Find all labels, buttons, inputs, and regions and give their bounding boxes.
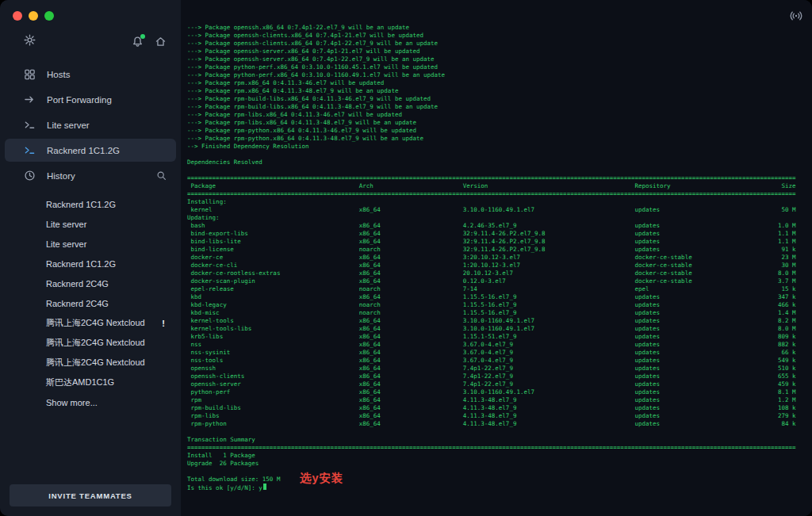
history-item-label: 腾讯上海2C4G Nextcloud	[46, 317, 145, 329]
settings-gear-icon[interactable]	[24, 34, 36, 46]
history-item[interactable]: 斯巴达AMD1C1G	[0, 373, 181, 392]
sidebar-item-label: Lite server	[47, 120, 90, 130]
notifications-bell-icon[interactable]	[132, 36, 144, 48]
sidebar-item-label: Hosts	[47, 70, 70, 79]
history-item-label: Racknerd 2C4G	[46, 279, 109, 289]
invite-teammates-button[interactable]: INVITE TEAMMATES	[10, 484, 171, 506]
sidebar-item-history[interactable]: History	[5, 164, 176, 187]
history-item[interactable]: Racknerd 1C1.2G	[0, 194, 181, 214]
minimize-button[interactable]	[29, 11, 38, 21]
sidebar-item-lite-server[interactable]: Lite server	[5, 113, 176, 136]
sidebar-item-racknerd-1c1-2g[interactable]: Racknerd 1C1.2G	[5, 139, 176, 162]
history-item-label: Show more...	[46, 398, 98, 407]
terminal-icon	[24, 119, 36, 131]
hosts-grid-icon	[24, 68, 36, 80]
history-item[interactable]: Lite server	[0, 234, 181, 254]
broadcast-icon[interactable]	[790, 10, 802, 22]
history-item-label: Racknerd 2C4G	[46, 299, 109, 308]
history-item-label: Racknerd 1C1.2G	[46, 200, 116, 209]
close-button[interactable]	[13, 11, 22, 21]
sidebar-item-port-forwarding[interactable]: Port Forwarding	[5, 88, 176, 111]
history-item-label: 腾讯上海2C4G Nextcloud	[46, 337, 145, 349]
notification-dot	[140, 34, 145, 39]
port-forwarding-icon	[24, 94, 36, 105]
history-list: Racknerd 1C1.2GLite serverLite serverRac…	[0, 194, 181, 516]
history-clock-icon	[24, 170, 36, 182]
app-window: HostsPort ForwardingLite serverRacknerd …	[0, 0, 812, 516]
history-item-label: Lite server	[46, 220, 86, 229]
search-icon[interactable]	[156, 170, 167, 181]
alert-badge: !	[162, 319, 165, 328]
history-item[interactable]: Lite server	[0, 214, 181, 234]
history-item-label: Lite server	[46, 239, 86, 249]
history-item[interactable]: Racknerd 2C4G	[0, 293, 181, 313]
history-item[interactable]: Racknerd 2C4G	[0, 273, 181, 293]
zoom-button[interactable]	[44, 11, 54, 21]
history-item[interactable]: Racknerd 1C1.2G	[0, 254, 181, 273]
history-item-label: 腾讯上海2C4G Nextcloud	[46, 357, 145, 369]
history-show-more[interactable]: Show more...	[0, 392, 181, 412]
sidebar-item-label: Port Forwarding	[47, 95, 112, 105]
history-item[interactable]: 腾讯上海2C4G Nextcloud	[0, 333, 181, 353]
sidebar-nav: HostsPort ForwardingLite serverRacknerd …	[0, 60, 181, 189]
history-item[interactable]: 腾讯上海2C4G Nextcloud	[0, 353, 181, 373]
window-controls	[0, 0, 181, 27]
sidebar-topbar	[0, 27, 181, 59]
sidebar-item-label: History	[47, 171, 75, 181]
history-item[interactable]: 腾讯上海2C4G Nextcloud!	[0, 313, 181, 333]
invite-area: INVITE TEAMMATES	[10, 484, 171, 506]
history-item-label: 斯巴达AMD1C1G	[46, 376, 114, 388]
terminal-cursor	[263, 484, 267, 490]
terminal-icon	[24, 144, 36, 156]
sidebar-item-label: Racknerd 1C1.2G	[47, 146, 120, 155]
terminal-output[interactable]: ---> Package openssh.x86_64 0:7.4p1-22.e…	[181, 0, 812, 492]
vault-icon[interactable]	[155, 36, 167, 48]
sidebar: HostsPort ForwardingLite serverRacknerd …	[0, 0, 181, 516]
history-item-label: Racknerd 1C1.2G	[46, 259, 116, 269]
sidebar-item-hosts[interactable]: Hosts	[5, 63, 176, 86]
terminal-pane: ---> Package openssh.x86_64 0:7.4p1-22.e…	[181, 0, 812, 516]
annotation-text: 选y安装	[300, 471, 344, 486]
